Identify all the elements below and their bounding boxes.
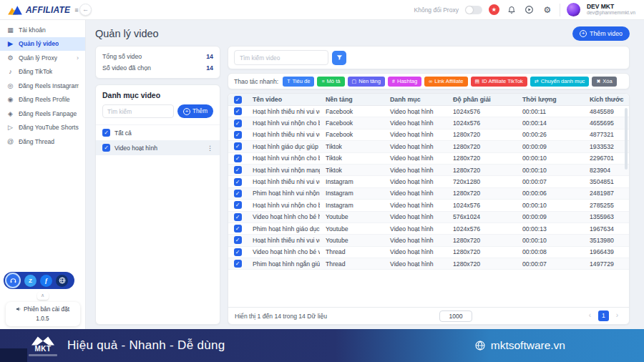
sidebar-item-label: Quản lý video [19,40,59,47]
checkbox[interactable]: ✓ [234,107,242,115]
checkbox[interactable]: ✓ [102,129,110,137]
checkbox[interactable]: ✓ [234,119,242,127]
checkbox[interactable]: ✓ [234,178,242,186]
menu-icon[interactable]: ≡ [74,6,78,14]
star-badge-icon[interactable]: ★ [489,4,499,15]
table-row[interactable]: ✓Phim hoạt hình ngắn giúp béThreadVideo … [228,258,629,270]
table-row[interactable]: ✓Hoạt hình vui nhộn cho bé giTiktokVideo… [228,153,629,165]
table-row[interactable]: ✓Hoạt hình thiếu nhi vui vẻ vàFacebookVi… [228,106,629,117]
checkbox[interactable]: ✓ [234,201,242,209]
quick-action-button[interactable]: ▤ID Affiliate TikTok [471,77,527,87]
play-circle-icon[interactable] [524,4,535,16]
sidebar-item[interactable]: ▷Đăng YouTube Shorts [0,121,85,135]
checkbox[interactable]: ✓ [234,248,242,256]
table-row[interactable]: ✓Hoạt hình vui nhộn cho bé giInstagramVi… [228,200,629,211]
table-cell: Video hoạt hình [384,260,447,268]
avatar[interactable] [567,3,580,16]
table-cell: Video hoạt hình [384,167,447,174]
sidebar-item[interactable]: ⚙Quản lý Proxy› [0,51,85,65]
sidebar-item[interactable]: ▶Quản lý video [0,37,85,52]
zalo-icon[interactable]: Z [24,275,36,287]
checkbox[interactable]: ✓ [234,142,242,150]
proxy-toggle[interactable] [465,6,482,14]
video-search-input[interactable] [234,50,328,65]
checkbox[interactable]: ✓ [234,166,242,174]
table-row[interactable]: ✓Hoạt hình thiếu nhi vui vẻ vàFacebookVi… [228,129,629,141]
prev-page-icon[interactable]: ‹ [585,310,595,321]
checkbox[interactable]: ✓ [234,236,242,244]
table-cell: Tiktok [320,143,384,150]
filter-button[interactable] [332,51,346,65]
checkbox[interactable]: ✓ [234,260,242,268]
table-row[interactable]: ✓Hoạt hình vui nhộn mang bàiTiktokVideo … [228,165,629,176]
table-cell: Hoạt hình thiếu nhi vui vẻ và [247,108,320,115]
sidebar-item-label: Đăng TikTok [19,68,52,75]
checkbox[interactable]: ✓ [234,190,242,197]
table-row[interactable]: ✓Phim hoạt hình giáo dục choYoutubeVideo… [228,223,629,235]
page-size-input[interactable] [439,310,472,322]
checkbox[interactable]: ✓ [234,225,242,233]
row-checkbox-cell: ✓ [228,236,247,244]
title-icon: T [287,79,290,84]
table-cell: 1497729 [584,260,629,268]
quick-action-button[interactable]: ≡Mô tả [317,77,344,87]
checkbox[interactable]: ✓ [234,96,242,104]
row-checkbox-cell: ✓ [228,131,247,139]
table-cell: Video hoạt hình [384,190,447,197]
brand-name: AFFILIATE [26,5,70,15]
table-row[interactable]: ✓Hoạt hình thiếu nhi vui vẻ vàYoutubeVid… [228,235,629,246]
page-number-button[interactable]: 1 [598,310,609,321]
quick-action-button[interactable]: ✖Xóa [592,77,616,87]
select-all-cell: ✓ [228,96,247,104]
table-row[interactable]: ✓Phim hoạt hình vui nhộn choInstagramVid… [228,188,629,200]
checkbox[interactable]: ✓ [234,213,242,221]
category-item[interactable]: ✓Video hoạt hình⋮ [96,140,220,155]
sidebar-item[interactable]: ◈Đăng Reels Fanpage [0,107,85,121]
category-item[interactable]: ✓Tất cả [96,125,220,140]
facebook-icon[interactable]: f [40,275,52,287]
support-icon[interactable] [5,273,21,288]
table-cell: Video hoạt hình [384,155,447,162]
sidebar-collapse-button[interactable]: ← [79,4,92,16]
add-video-button[interactable]: + Thêm video [572,26,630,41]
sidebar-item[interactable]: ◎Đăng Reels Instagram [0,79,85,93]
table-row[interactable]: ✓Hoạt hình thiếu nhi vui vẻ vàInstagramV… [228,176,629,187]
sidebar-item[interactable]: ▦Tài khoản [0,23,85,37]
gear-icon[interactable]: ⚙ [542,4,553,16]
footer-website[interactable]: mktsoftware.vn [491,339,565,352]
footer-left: MKT Hiệu quả - Nhanh - Dễ dùng [0,335,225,356]
footer-slogan: Hiệu quả - Nhanh - Dễ dùng [67,338,225,353]
version-collapse-icon[interactable]: ∧ [37,292,49,300]
bell-icon[interactable] [506,4,517,16]
next-page-icon[interactable]: › [612,310,623,321]
sidebar-item[interactable]: @Đăng Thread [0,134,85,149]
checkbox[interactable]: ✓ [102,144,110,152]
table-cell: 1280x720 [447,190,517,197]
left-column: Tổng số video 14 Số video đã chọn 14 Dan… [95,46,220,325]
sidebar-item[interactable]: ◉Đăng Reels Profile [0,93,85,107]
table-row[interactable]: ✓Video hoạt hình cho bé họcYoutubeVideo … [228,212,629,223]
table-scrollbar[interactable] [625,108,628,170]
kebab-menu-icon[interactable]: ⋮ [207,145,213,152]
sidebar-bottom: Z f ∧ Phiên bản cài đặt 1.0.5 [0,272,85,329]
checkbox[interactable]: ✓ [234,131,242,139]
quick-action-button[interactable]: ⇄Chuyển danh mục [530,77,590,87]
table-row[interactable]: ✓Hoạt hình vui nhộn cho bé giFacebookVid… [228,117,629,129]
quick-action-button[interactable]: ∞Link Affiliate [424,77,467,87]
row-checkbox-cell: ✓ [228,166,247,174]
category-search-input[interactable] [102,104,174,118]
table-row[interactable]: ✓Hoạt hình giáo dục giúp bé rTiktokVideo… [228,141,629,152]
checkbox[interactable]: ✓ [234,155,242,162]
table-row[interactable]: ✓Video hoạt hình cho bé vừa lThreadVideo… [228,247,629,258]
quick-actions-label: Thao tác nhanh: [234,78,278,85]
globe-icon[interactable] [56,275,68,287]
quick-action-button[interactable]: ▢Nền tảng [348,77,385,87]
table-cell: Phim hoạt hình giáo dục cho [247,225,320,233]
quick-action-button[interactable]: TTiêu đề [283,77,314,87]
sidebar-item[interactable]: ♪Đăng TikTok [0,65,85,79]
add-category-button[interactable]: + Thêm [177,104,213,118]
row-checkbox-cell: ✓ [228,201,247,209]
table-cell: Hoạt hình thiếu nhi vui vẻ và [247,178,320,185]
quick-action-button[interactable]: #Hashtag [388,77,421,87]
sidebar-item-label: Tài khoản [19,26,46,34]
